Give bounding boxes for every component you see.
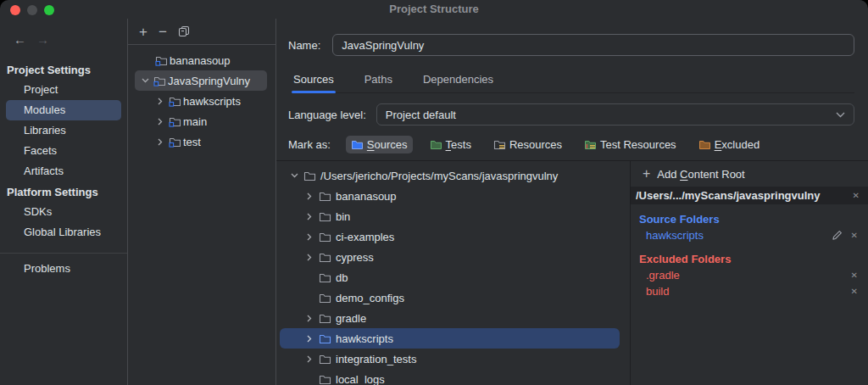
edit-icon[interactable] [832, 230, 843, 241]
titlebar: Project Structure [0, 0, 868, 19]
module-name-input[interactable] [332, 34, 854, 56]
module-label: JavaSpringVulny [168, 75, 250, 87]
name-label: Name: [288, 39, 320, 52]
platform-settings-header: Platform Settings [0, 183, 127, 202]
remove-excluded-folder-icon[interactable]: ✕ [849, 286, 860, 298]
chevron-right-icon[interactable] [303, 192, 315, 200]
content-root-path: /Users/.../myScans/javaspringvulny [636, 189, 851, 202]
folder-icon [319, 293, 336, 304]
mark-sources-button[interactable]: Sources [346, 136, 413, 153]
chevron-right-icon[interactable] [303, 254, 315, 261]
folder-icon [319, 313, 336, 324]
sidebar-item-facets[interactable]: Facets [6, 141, 121, 161]
chevron-down-icon[interactable] [140, 78, 150, 83]
tree-row-local-logs[interactable]: local_logs [280, 369, 620, 385]
sidebar-item-modules[interactable]: Modules [6, 100, 121, 120]
chevron-right-icon[interactable] [303, 233, 315, 241]
tree-root-path: /Users/jericho/Projects/myScans/javaspri… [320, 170, 558, 182]
chevron-right-icon[interactable] [303, 355, 315, 363]
source-folders-header: Source Folders [639, 211, 860, 227]
excluded-folders-header: Excluded Folders [639, 251, 860, 267]
sidebar-item-global-libraries[interactable]: Global Libraries [6, 222, 121, 243]
project-structure-dialog: Project Structure ← → Project Settings P… [0, 0, 868, 385]
chevron-down-icon [836, 112, 845, 118]
forward-icon[interactable]: → [36, 33, 49, 46]
resources-folder-icon [493, 139, 506, 150]
tree-row-hawkscripts[interactable]: hawkscripts [280, 328, 620, 349]
chevron-right-icon[interactable] [155, 138, 165, 146]
tab-dependencies[interactable]: Dependencies [421, 70, 495, 92]
window-title: Project Structure [0, 3, 868, 15]
tree-row-cypress[interactable]: cypress [280, 247, 620, 267]
remove-source-folder-icon[interactable]: ✕ [849, 230, 860, 242]
chevron-right-icon[interactable] [303, 315, 315, 322]
module-label: hawkscripts [183, 95, 241, 108]
plus-icon: + [643, 167, 650, 181]
module-label: main [183, 115, 207, 128]
remove-content-root-icon[interactable]: ✕ [851, 190, 861, 202]
excluded-folder-icon [698, 139, 711, 150]
sidebar-item-libraries[interactable]: Libraries [6, 120, 121, 141]
tree-row-bin[interactable]: bin [280, 206, 620, 226]
tree-row-bananasoup[interactable]: bananasoup [280, 186, 620, 206]
module-row-hawkscripts[interactable]: hawkscripts [135, 91, 267, 111]
add-module-icon[interactable]: + [139, 25, 147, 39]
chevron-right-icon[interactable] [155, 118, 165, 126]
folder-icon [319, 211, 336, 222]
add-content-root-label: Add Content Root [657, 168, 744, 181]
add-content-root-button[interactable]: + Add Content Root [631, 161, 868, 187]
chevron-right-icon[interactable] [155, 98, 165, 105]
module-icon [153, 75, 168, 86]
back-icon[interactable]: ← [14, 33, 26, 46]
folder-icon [319, 232, 336, 243]
language-level-select[interactable]: Project default [376, 103, 854, 126]
content-root-panel: + Add Content Root /Users/.../myScans/ja… [630, 161, 868, 385]
module-row-test[interactable]: test [135, 131, 267, 152]
tree-row-root[interactable]: /Users/jericho/Projects/myScans/javaspri… [280, 165, 620, 186]
sidebar-item-problems[interactable]: Problems [6, 259, 121, 279]
project-settings-header: Project Settings [0, 61, 127, 80]
module-row-main[interactable]: main [135, 111, 267, 131]
module-row-bananasoup[interactable]: bananasoup [135, 50, 267, 70]
tree-row-db[interactable]: db [280, 267, 620, 287]
mark-tests-button[interactable]: Tests [425, 136, 476, 153]
tree-row-demo-configs[interactable]: demo_configs [280, 287, 620, 308]
copy-module-icon[interactable] [178, 25, 190, 37]
module-list-panel: + − bananasoup [128, 19, 276, 385]
sidebar-item-project[interactable]: Project [6, 80, 121, 100]
mark-excluded-button[interactable]: Excluded [693, 136, 765, 153]
module-editor-panel: Name: Sources Paths Dependencies Languag… [276, 19, 868, 385]
module-row-javaspringvulny[interactable]: JavaSpringVulny [135, 70, 267, 91]
remove-module-icon[interactable]: − [159, 25, 167, 39]
tree-row-ci-examples[interactable]: ci-examples [280, 226, 620, 247]
tree-row-gradle[interactable]: gradle [280, 308, 620, 328]
remove-excluded-folder-icon[interactable]: ✕ [849, 270, 860, 282]
module-icon [169, 96, 183, 107]
module-label: bananasoup [170, 54, 231, 67]
content-root-header[interactable]: /Users/.../myScans/javaspringvulny ✕ [631, 187, 868, 204]
language-level-value: Project default [386, 109, 456, 121]
excluded-folder-entry[interactable]: .gradle ✕ [639, 267, 860, 283]
tree-row-integration-tests[interactable]: integration_tests [280, 349, 620, 369]
module-label: test [183, 136, 201, 148]
mark-resources-button[interactable]: Resources [488, 136, 567, 153]
module-toolbar: + − [128, 19, 275, 45]
source-folder-entry[interactable]: hawkscripts ✕ [639, 227, 860, 243]
folder-icon [319, 272, 336, 283]
sidebar-item-sdks[interactable]: SDKs [6, 202, 121, 222]
folder-icon [319, 191, 336, 202]
tab-paths[interactable]: Paths [363, 70, 394, 92]
module-tree: bananasoup JavaSpringVulny [128, 45, 275, 152]
tab-sources[interactable]: Sources [292, 70, 336, 92]
content-root-tree: /Users/jericho/Projects/myScans/javaspri… [276, 161, 630, 385]
excluded-folder-entry[interactable]: build ✕ [639, 283, 860, 299]
mark-test-resources-button[interactable]: Test Resources [579, 136, 682, 153]
test-resources-folder-icon [584, 139, 597, 150]
mark-as-label: Mark as: [288, 138, 331, 151]
chevron-down-icon[interactable] [288, 173, 300, 178]
sidebar-item-artifacts[interactable]: Artifacts [6, 161, 121, 181]
chevron-right-icon[interactable] [303, 335, 315, 343]
sidebar-separator [0, 253, 127, 254]
chevron-right-icon[interactable] [303, 213, 315, 220]
settings-sidebar: ← → Project Settings Project Modules Lib… [0, 19, 128, 385]
